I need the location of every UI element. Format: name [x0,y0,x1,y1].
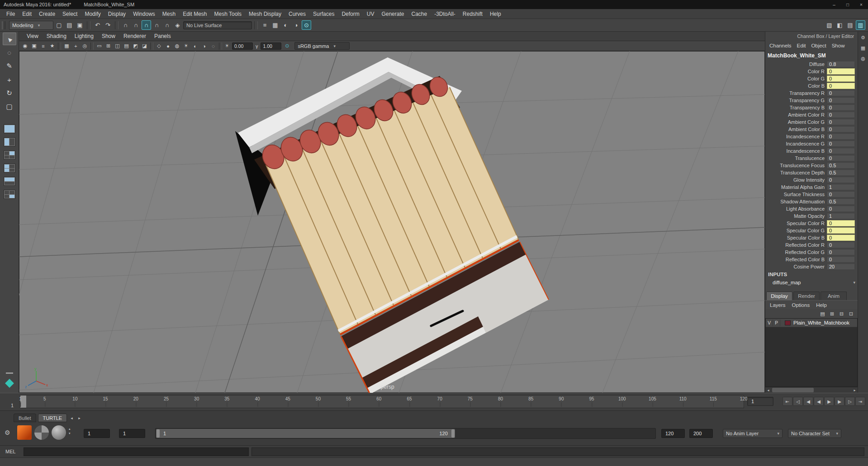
channel-value-field[interactable]: 0 [827,177,855,183]
anim-layer-dropdown[interactable]: No Anim Layer ▾ [723,429,783,438]
snap-to-curves-icon[interactable]: ∩ [131,20,141,30]
redo-icon[interactable]: ↷ [103,20,113,30]
menubar-item[interactable]: -3DtoAll- [431,9,459,19]
wireframe-mode-icon[interactable]: ◇ [155,42,163,50]
channel-value-field[interactable]: 0 [827,155,855,161]
panel-menu-item[interactable]: Renderer [119,33,150,39]
status-line-grip[interactable] [2,21,5,29]
channel-value-field[interactable]: 0.5 [827,198,855,205]
gamma-field[interactable]: 1.00 [261,42,281,50]
channel-box-settings-icon[interactable]: ⚙ [859,34,867,41]
create-empty-layer-icon[interactable]: ⊞ [828,310,836,318]
safe-title-icon[interactable]: ◪ [140,42,149,50]
layer-row[interactable]: V P Plain_White_Matchbook [766,319,857,327]
shelf-prev-icon[interactable]: ◂ [69,415,75,421]
channel-value-field[interactable]: 0 [827,191,855,198]
render-current-frame-icon[interactable]: ◐ [281,20,290,30]
camera-attributes-icon[interactable]: ≡ [39,42,47,50]
channel-box-menu-item[interactable]: Object [809,43,828,48]
channel-value-field[interactable]: 0 [827,220,855,226]
layout-two-row-button[interactable] [4,177,15,186]
animation-start-field[interactable]: 1 [84,429,110,438]
input-node-row[interactable]: diffuse_map ▾ [765,278,858,287]
channel-value-field[interactable]: 1 [827,184,855,190]
rotate-tool[interactable]: ↻ [3,87,16,99]
layer-editor-menu-item[interactable]: Layers [767,302,788,308]
select-camera-icon[interactable]: ◉ [21,42,29,50]
selected-node-name[interactable]: MatchBook_White_SM [765,51,858,61]
layer-playback-toggle[interactable]: P [773,320,780,326]
stepper-down-icon[interactable]: ▾ [69,432,71,435]
layer-sort-icon[interactable]: ▤ [819,310,826,318]
layout-four-pane-button[interactable] [4,151,15,160]
menubar-item[interactable]: Help [486,9,505,19]
create-layer-assign-selected-icon[interactable]: ⊟ [838,310,845,318]
motion-blur-icon[interactable]: ◌ [209,42,218,50]
layer-editor-tab[interactable]: Display [766,292,792,300]
move-tool[interactable]: + [3,73,16,86]
channel-value-field[interactable]: 0 [827,97,855,104]
channel-box-menu-item[interactable]: Show [830,43,847,48]
menubar-item[interactable]: Edit Mesh [179,9,210,19]
stepper-up-icon[interactable]: ▴ [69,427,71,430]
shelf-next-icon[interactable]: ▸ [76,415,82,421]
animation-end-field[interactable]: 200 [689,429,713,438]
textured-mode-icon[interactable]: ◍ [173,42,181,50]
two-d-pan-zoom-icon[interactable]: + [71,42,80,50]
menubar-item[interactable]: UV [363,9,378,19]
channel-value-field[interactable]: 0 [827,90,855,96]
scrollbar-thumb[interactable] [772,388,814,392]
step-forward-key-button[interactable]: ▷ [845,397,855,406]
playback-start-field[interactable]: 1 [119,429,145,438]
undo-icon[interactable]: ↶ [93,20,102,30]
gear-icon[interactable]: ⚙ [5,429,10,436]
layer-editor-tab[interactable]: Render [793,292,820,300]
channel-slider-mode-icon[interactable]: ▦ [859,44,867,52]
channel-manip-icon[interactable]: ◍ [859,55,867,62]
safe-action-icon[interactable]: ◩ [131,42,140,50]
bullet-solver-shelf-icon[interactable] [17,425,32,440]
open-scene-icon[interactable]: ▤ [65,20,74,30]
channel-value-field[interactable]: 0 [827,119,855,125]
exposure-field[interactable]: 0.00 [232,42,253,50]
timeline-track[interactable]: 1 5 10 15 20 25 30 35 40 45 50 55 60 65 … [20,395,744,408]
screen-space-ao-icon[interactable]: ◑ [200,42,209,50]
render-settings-icon[interactable]: ⊙ [302,20,311,30]
minimize-button[interactable]: – [827,1,841,8]
new-scene-icon[interactable]: ▢ [54,20,64,30]
range-slider-groove[interactable]: 1 120 [155,428,656,439]
image-plane-icon[interactable]: ▦ [62,42,71,50]
layer-editor-tab[interactable]: Anim [821,292,847,300]
save-scene-icon[interactable]: ▣ [75,20,85,30]
paint-select-tool[interactable]: ✎ [3,60,16,72]
layout-persp-outliner-button[interactable] [4,190,15,199]
channel-value-field[interactable]: 0 [827,141,855,147]
current-frame-field[interactable]: 1 [747,397,773,406]
channel-box-menu-item[interactable]: Edit [795,43,808,48]
channel-value-field[interactable]: 0 [827,148,855,154]
bookmarks-icon[interactable]: ★ [48,42,57,50]
sidebar-tool-settings-icon[interactable]: ▤ [845,20,855,30]
go-to-end-button[interactable]: ⇥ [855,397,865,406]
panel-menu-item[interactable]: Shading [43,33,71,39]
channel-value-field[interactable]: 0 [827,133,855,140]
construction-history-icon[interactable]: ≡ [260,20,270,30]
menubar-item[interactable]: Mesh Tools [211,9,245,19]
use-all-lights-icon[interactable]: ☀ [182,42,190,50]
layout-two-pane-button[interactable] [4,137,15,146]
channel-value-field[interactable]: 0 [827,112,855,118]
channel-value-field[interactable]: 1 [827,213,855,219]
view-transform-dropdown[interactable]: sRGB gamma ▾ [294,42,350,50]
panel-menu-item[interactable]: Show [98,33,119,39]
auto-keyframe-icon[interactable] [845,429,854,438]
shelf-stepper[interactable]: ▴ ▾ [69,427,71,435]
menubar-item[interactable]: Surfaces [309,9,338,19]
ipr-render-icon[interactable]: ◑ [291,20,301,30]
menubar-item[interactable]: Windows [129,9,159,19]
menubar-item[interactable]: Deform [338,9,363,19]
layer-name[interactable]: Plain_White_Matchbook [793,320,849,325]
snap-to-points-icon[interactable]: ∩ [142,20,151,30]
channel-value-field[interactable]: 0 [827,235,855,241]
channel-value-field[interactable]: 0 [827,126,855,132]
layer-color-swatch[interactable] [785,320,791,325]
